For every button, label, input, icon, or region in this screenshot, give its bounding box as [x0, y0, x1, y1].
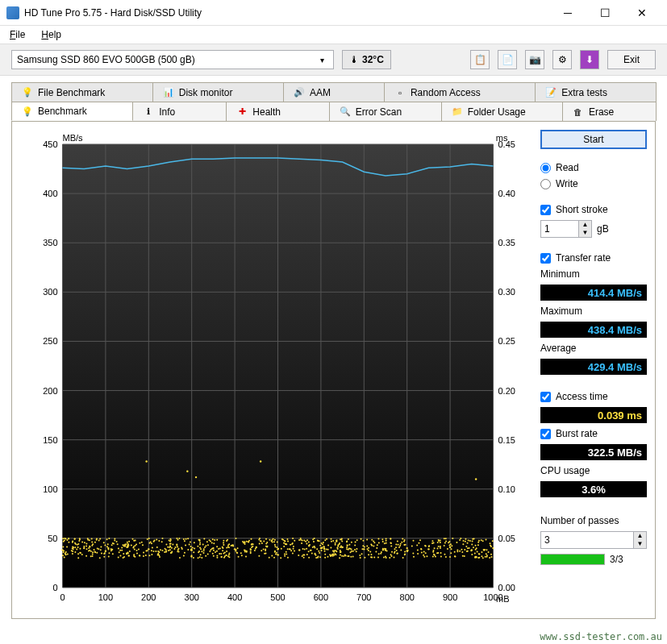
svg-point-271 [306, 554, 308, 555]
svg-point-184 [421, 552, 423, 554]
svg-point-448 [236, 551, 238, 553]
tab-extra-tests[interactable]: 📝Extra tests [535, 82, 657, 102]
svg-point-613 [467, 547, 469, 549]
write-radio[interactable]: Write [540, 178, 647, 189]
svg-point-802 [419, 539, 421, 541]
svg-text:350: 350 [43, 238, 57, 247]
screenshot-button[interactable]: 📷 [525, 50, 544, 69]
svg-point-209 [118, 557, 119, 559]
svg-point-604 [98, 548, 99, 550]
svg-point-541 [445, 538, 447, 539]
svg-point-463 [67, 554, 69, 555]
svg-point-759 [73, 538, 75, 540]
svg-point-814 [464, 549, 465, 551]
svg-point-228 [66, 539, 68, 541]
read-radio[interactable]: Read [540, 162, 647, 173]
progress-row: 3/3 [540, 554, 647, 565]
svg-point-835 [200, 548, 202, 550]
svg-point-193 [207, 544, 209, 546]
exit-button[interactable]: Exit [607, 50, 656, 69]
tab-aam[interactable]: 🔊AAM [283, 82, 385, 102]
short-stroke-check[interactable]: Short stroke [540, 204, 647, 215]
access-time-check[interactable]: Access time [540, 391, 647, 402]
tab-file-benchmark[interactable]: 💡File Benchmark [11, 82, 153, 102]
svg-point-829 [440, 542, 441, 543]
max-label: Maximum [540, 305, 647, 317]
minimize-button[interactable]: ─ [549, 1, 586, 25]
tab-error-scan[interactable]: 🔍Error Scan [329, 102, 442, 121]
svg-point-537 [174, 546, 176, 548]
tab-folder-usage[interactable]: 📁Folder Usage [441, 102, 563, 121]
tab-erase[interactable]: 🗑Erase [562, 102, 657, 121]
svg-point-666 [110, 548, 112, 550]
svg-point-399 [324, 557, 326, 559]
svg-point-243 [90, 555, 92, 557]
svg-point-718 [169, 539, 170, 541]
spin-up-icon[interactable]: ▲ [633, 532, 646, 540]
svg-point-632 [193, 551, 194, 553]
svg-point-876 [471, 549, 473, 551]
copy-info-button[interactable]: 📋 [470, 50, 490, 69]
copy-screenshot-button[interactable]: 📄 [498, 50, 517, 69]
close-button[interactable]: ✕ [623, 1, 661, 25]
svg-point-625 [240, 552, 242, 554]
svg-point-491 [395, 544, 397, 546]
svg-point-809 [237, 547, 239, 549]
svg-point-321 [315, 557, 317, 559]
svg-point-180 [318, 551, 319, 552]
spin-up-icon[interactable]: ▲ [578, 221, 591, 229]
svg-point-662 [193, 557, 194, 559]
svg-point-700 [88, 551, 90, 552]
transfer-rate-check[interactable]: Transfer rate [540, 252, 647, 264]
svg-point-317 [346, 544, 348, 546]
tab-disk-monitor[interactable]: 📊Disk monitor [152, 82, 284, 102]
svg-point-185 [444, 538, 445, 539]
tab-benchmark[interactable]: 💡Benchmark [11, 102, 133, 121]
tab-health[interactable]: ✚Health [226, 102, 329, 121]
svg-point-839 [490, 546, 492, 547]
svg-point-141 [460, 538, 461, 539]
svg-point-525 [274, 544, 276, 546]
svg-point-724 [340, 551, 341, 553]
svg-point-498 [273, 538, 274, 540]
tab-info[interactable]: ℹInfo [132, 102, 227, 121]
svg-point-370 [416, 545, 418, 546]
svg-point-421 [219, 553, 220, 555]
options-button[interactable]: ⚙ [552, 50, 572, 69]
tab-random-access[interactable]: ▫Random Access [384, 82, 536, 102]
svg-text:500: 500 [270, 592, 285, 602]
svg-point-673 [322, 543, 323, 545]
spin-down-icon[interactable]: ▼ [578, 229, 591, 237]
svg-point-510 [304, 549, 306, 551]
drive-select[interactable]: Samsung SSD 860 EVO 500GB (500 gB) ▾ [11, 50, 334, 69]
menu-help[interactable]: Help [38, 27, 65, 42]
svg-point-849 [451, 548, 452, 550]
svg-text:300: 300 [43, 287, 57, 297]
short-stroke-value[interactable]: 1 ▲▼ [540, 220, 592, 238]
svg-point-105 [238, 556, 240, 558]
svg-point-599 [283, 546, 285, 547]
start-button[interactable]: Start [540, 130, 647, 149]
burst-rate-check[interactable]: Burst rate [540, 428, 647, 439]
svg-point-873 [406, 547, 408, 549]
svg-point-288 [352, 551, 354, 552]
menu-file[interactable]: File [6, 27, 28, 42]
svg-text:0.20: 0.20 [498, 386, 515, 396]
svg-point-478 [330, 555, 331, 557]
spin-down-icon[interactable]: ▼ [633, 540, 646, 548]
svg-point-550 [211, 542, 213, 544]
svg-text:600: 600 [314, 592, 328, 602]
svg-point-683 [103, 553, 105, 555]
svg-point-357 [478, 540, 480, 542]
svg-point-355 [134, 556, 135, 558]
svg-text:1000: 1000 [483, 592, 502, 602]
maximize-button[interactable]: ☐ [586, 1, 623, 25]
svg-point-600 [242, 541, 244, 542]
svg-point-391 [264, 553, 265, 555]
svg-point-549 [376, 547, 377, 549]
svg-point-407 [203, 548, 205, 550]
svg-point-585 [485, 556, 486, 558]
save-button[interactable]: ⬇ [580, 50, 599, 69]
passes-value[interactable]: 3 ▲▼ [540, 531, 647, 549]
svg-point-556 [205, 545, 206, 546]
